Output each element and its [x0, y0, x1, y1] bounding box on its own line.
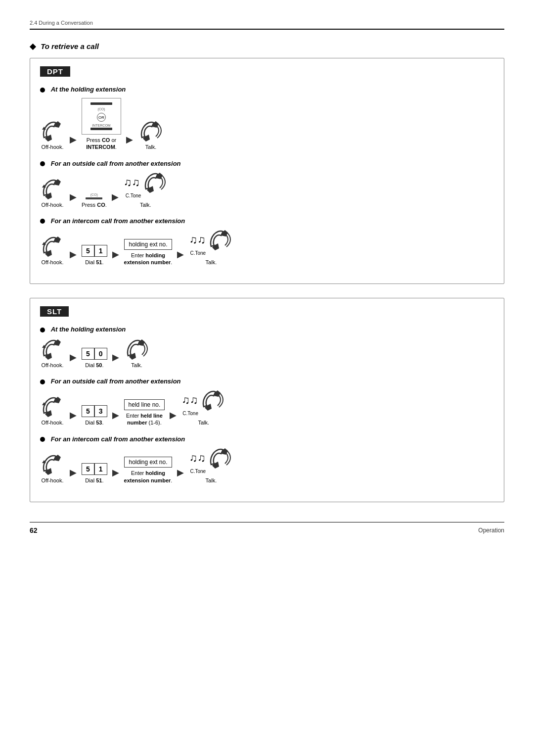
bullet-2: [40, 161, 45, 166]
slt-arrow-1a: ▶: [70, 352, 77, 363]
arrow-3b: ▶: [112, 249, 119, 260]
slt-step-talk-1: Talk.: [124, 339, 150, 369]
slt-sub3-label-0: Off-hook.: [41, 477, 63, 484]
slt-step-offhook-1: Off-hook.: [40, 338, 65, 369]
step-co-2: (CO) Press CO.: [82, 193, 107, 208]
slt-subsection-1: At the holding extension Off-hook. ▶: [40, 326, 494, 369]
dpt-sub3-label-1: Dial 51.: [85, 259, 103, 266]
dpt-label: DPT: [40, 66, 70, 77]
step-offhook-1: Off-hook.: [40, 120, 65, 150]
diamond-icon: ◆: [30, 42, 36, 50]
top-rule: [30, 29, 504, 30]
slt-arrow-2a: ▶: [70, 410, 77, 421]
slt-sub3-label-3: Talk.: [206, 477, 217, 484]
ctone-talk-group-3: ♫♫: [189, 230, 233, 250]
dpt-sub3-label-2: Enter holdingextension number.: [124, 252, 173, 266]
slt-talk-icon-3: [207, 448, 233, 469]
slt-arrow-2c: ▶: [170, 410, 177, 421]
section-title: ◆ To retrieve a call: [30, 42, 504, 51]
dpt-subsection-1: At the holding extension Off-hook. ▶: [40, 86, 494, 151]
ext-box-dpt: holding ext no.: [124, 239, 172, 250]
dpt-sub1-label-1: Press CO orINTERCOM.: [86, 137, 117, 151]
slt-step-dial53: 5 3 Dial 53.: [82, 405, 107, 426]
co-line: [90, 102, 112, 105]
slt-ctone-talk-group-2: ♫♫: [181, 390, 225, 411]
step-ctone-talk-3: ♫♫ C.Tone Talk.: [189, 230, 233, 266]
intercom-label-text: INTERCOM: [92, 124, 110, 127]
step-dial51-dpt: 5 1 Dial 51.: [82, 245, 107, 266]
ctone-label-2: C.Tone: [126, 193, 141, 198]
dial-key-5-dpt: 5: [82, 245, 94, 257]
intercom-line: [90, 128, 112, 130]
dial-key-1-s3: 1: [94, 463, 107, 475]
dpt-sub3-steps: Off-hook. ▶ 5 1 Dial 51. ▶ holding ext n…: [40, 230, 494, 266]
step-ctone-talk-2: ♫♫ C.Tone Talk.: [124, 172, 168, 208]
offhook-icon-2: [40, 178, 65, 199]
slt-offhook-icon-2: [40, 395, 65, 417]
co-small-block: (CO): [86, 193, 102, 199]
ring-icon-3: ♫♫: [189, 234, 205, 246]
footer-right: Operation: [478, 527, 504, 534]
footer-row: 62 Operation: [30, 526, 504, 534]
arrow-3c: ▶: [177, 249, 184, 260]
slt-ring-icon-2: ♫♫: [181, 394, 198, 407]
slt-ctone-label-2: C.Tone: [182, 411, 198, 416]
slt-step-holding-ext: holding ext no. Enter holdingextension n…: [124, 457, 173, 484]
dial-box-51-slt: 5 1: [82, 463, 107, 475]
dpt-sub2-steps: Off-hook. ▶ (CO) Press CO. ▶ ♫♫: [40, 172, 494, 208]
slt-talk-icon-1: [124, 339, 150, 360]
arrow-2a: ▶: [70, 191, 77, 202]
arrow-3a: ▶: [70, 249, 77, 260]
slt-talk-icon-2: [200, 390, 225, 411]
slt-subsection-3: For an intercom call from another extens…: [40, 435, 494, 484]
talk-icon-1: [138, 121, 164, 142]
slt-sub1-label-2: Talk.: [131, 362, 142, 369]
dial-key-5-s2: 5: [82, 405, 94, 417]
dpt-sub2-label-2: Talk.: [140, 201, 151, 208]
slt-arrow-3a: ▶: [70, 467, 77, 478]
offhook-icon-3: [40, 235, 65, 257]
dpt-sub1-title: At the holding extension: [40, 86, 494, 93]
dial-key-5-s1: 5: [82, 348, 94, 360]
slt-box: SLT At the holding extension Off-hook.: [30, 298, 504, 502]
dpt-sub2-label-0: Off-hook.: [41, 201, 63, 208]
ring-icon-2: ♫♫: [124, 176, 140, 189]
step-offhook-2: Off-hook.: [40, 178, 65, 208]
talk-icon-3: [207, 230, 233, 250]
dial-box-53: 5 3: [82, 405, 107, 417]
co-label-2: (CO): [90, 193, 98, 196]
dial-box-51-dpt: 5 1: [82, 245, 107, 257]
slt-step-offhook-3: Off-hook.: [40, 453, 65, 484]
co-small-line-2: [86, 197, 102, 199]
held-line-box: held line no.: [124, 399, 165, 410]
slt-sub1-label-1: Dial 50.: [85, 362, 103, 369]
slt-step-held-line: held line no. Enter held linenumber (1-6…: [124, 399, 165, 426]
slt-arrow-2b: ▶: [112, 410, 119, 421]
dpt-sub1-steps: Off-hook. ▶ (CO) OR INTERCOM Press CO or…: [40, 98, 494, 151]
step-co-intercom: (CO) OR INTERCOM Press CO orINTERCOM.: [82, 98, 121, 151]
slt-step-dial51: 5 1 Dial 51.: [82, 463, 107, 484]
slt-sub1-steps: Off-hook. ▶ 5 0 Dial 50. ▶: [40, 338, 494, 369]
dpt-sub1-label-0: Off-hook.: [41, 143, 63, 150]
dial-key-3-s2: 3: [94, 405, 107, 417]
or-circle: OR: [97, 113, 106, 122]
slt-arrow-1b: ▶: [112, 352, 119, 363]
slt-sub3-steps: Off-hook. ▶ 5 1 Dial 51. ▶ holding ext n…: [40, 448, 494, 484]
dial-box-50: 5 0: [82, 348, 107, 360]
slt-step-ctone-talk-3: ♫♫ C.Tone Talk.: [189, 448, 233, 484]
slt-offhook-icon-3: [40, 453, 65, 475]
slt-ctone-talk-group-3: ♫♫: [189, 448, 233, 469]
slt-sub2-label-3: Talk.: [198, 419, 210, 426]
step-offhook-3: Off-hook.: [40, 235, 65, 266]
slt-bullet-3: [40, 437, 45, 442]
slt-step-ctone-talk-2: ♫♫ C.Tone Talk.: [181, 390, 225, 426]
dpt-sub3-label-0: Off-hook.: [41, 259, 63, 266]
slt-step-offhook-2: Off-hook.: [40, 395, 65, 426]
slt-sub2-label-1: Dial 53.: [85, 419, 103, 426]
slt-arrow-3b: ▶: [112, 467, 119, 478]
intercom-row: INTERCOM: [90, 124, 112, 130]
ctone-talk-group: ♫♫: [124, 172, 168, 193]
slt-sub2-label-0: Off-hook.: [41, 419, 63, 426]
dpt-sub3-title: For an intercom call from another extens…: [40, 217, 494, 225]
slt-ctone-label-3: C.Tone: [190, 469, 206, 474]
